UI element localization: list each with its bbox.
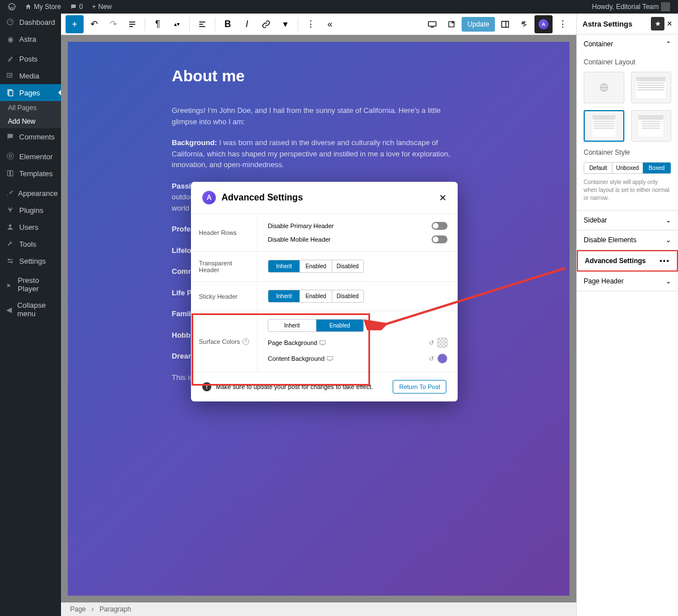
astra-button[interactable]: A [534,15,553,33]
menu-users[interactable]: Users [0,219,61,235]
breadcrumb: Page › Paragraph [61,602,576,616]
reset-content-bg-button[interactable]: ↺ [429,355,434,362]
help-icon[interactable]: ? [242,338,249,345]
plug-icon [6,206,15,215]
sc-enabled-button[interactable]: Enabled [316,320,364,331]
sh-disabled-button[interactable]: Disabled [332,290,363,302]
advanced-settings-modal: A Advanced Settings ✕ Header Rows Disabl… [191,182,458,401]
update-button[interactable]: Update [462,17,495,32]
site-name: My Store [34,3,61,11]
redo-button[interactable]: ↷ [104,15,122,33]
collapse-toolbar-button[interactable]: « [321,15,339,33]
paragraph-tool-button[interactable]: ¶ [149,15,167,33]
device-preview-button[interactable] [423,15,441,33]
more-options-button[interactable]: ⋮ [554,15,572,33]
reset-page-bg-button[interactable]: ↺ [429,339,434,347]
menu-label: Comments [19,133,55,141]
menu-dashboard[interactable]: Dashboard [0,14,61,30]
breadcrumb-item[interactable]: Page [70,605,86,613]
style-unboxed-button[interactable]: Unboxed [612,163,642,173]
howdy-link[interactable]: Howdy, Editorial Team [589,2,673,11]
disable-elements-toggle[interactable]: Disable Elements⌄ [577,230,678,250]
new-link[interactable]: +New [89,3,115,11]
return-to-post-button[interactable]: Return To Post [393,380,446,394]
breadcrumb-item[interactable]: Paragraph [99,605,131,613]
astra-logo-icon: A [202,191,216,204]
menu-templates[interactable]: Templates [0,165,61,182]
th-enabled-button[interactable]: Enabled [299,260,331,272]
italic-button[interactable]: I [238,15,256,33]
layout-narrow-option[interactable] [631,110,672,142]
layout-full-option[interactable] [631,72,672,103]
menu-plugins[interactable]: Plugins [0,202,61,219]
bold-button[interactable]: B [219,15,237,33]
menu-label: Pages [19,89,40,97]
layout-default-option[interactable] [584,72,624,103]
style-hint: Container style will apply only when lay… [584,178,671,202]
desktop-icon [319,340,326,346]
content-bg-color-picker[interactable] [437,353,447,364]
close-modal-button[interactable]: ✕ [439,193,446,203]
add-block-button[interactable]: + [66,15,84,33]
th-disabled-button[interactable]: Disabled [332,260,363,272]
menu-astra[interactable]: ◉Astra [0,30,61,47]
menu-collapse[interactable]: ◀Collapse menu [0,297,61,322]
submenu-add-new[interactable]: Add New [0,115,61,128]
align-tool-button[interactable] [193,15,211,33]
disable-mobile-toggle[interactable] [432,235,447,243]
menu-presto[interactable]: ▸Presto Player [0,272,61,297]
sc-inherit-button[interactable]: Inherit [268,320,316,331]
advanced-settings-toggle[interactable]: Advanced Settings••• [578,251,677,270]
move-tool-button[interactable]: ▴▾ [168,15,186,33]
style-boxed-button[interactable]: Boxed [642,163,671,173]
chevron-right-icon: › [92,605,94,613]
paragraph[interactable]: Greetings! I'm John Doe, and I hail from… [172,105,466,127]
svg-rect-15 [327,357,333,360]
menu-settings[interactable]: Settings [0,252,61,269]
more-formatting-button[interactable]: ▾ [276,15,294,33]
comment-icon [6,132,15,141]
style-default-button[interactable]: Default [584,163,612,173]
favorite-button[interactable]: ★ [651,17,664,30]
menu-elementor[interactable]: ⓔElementor [0,148,61,165]
th-inherit-button[interactable]: Inherit [268,260,299,272]
page-header-toggle[interactable]: Page Header⌄ [577,272,678,291]
disable-primary-toggle[interactable] [432,222,447,230]
paragraph[interactable]: Background: I was born and raised in the… [172,137,466,171]
menu-label: Presto Player [18,276,55,293]
page-bg-color-picker[interactable] [437,338,447,348]
layout-normal-option[interactable] [584,110,624,142]
link-button[interactable] [257,15,275,33]
menu-posts[interactable]: Posts [0,50,61,67]
sh-inherit-button[interactable]: Inherit [268,290,299,302]
svg-rect-5 [7,171,10,176]
comments-count: 0 [79,3,83,11]
svg-point-8 [8,259,10,260]
content-bg-label: Content Background [268,355,324,362]
comments-link[interactable]: 0 [67,3,86,11]
undo-button[interactable]: ↶ [85,15,103,33]
submenu-all-pages[interactable]: All Pages [0,101,61,115]
sidebar-toggle-button[interactable] [496,15,514,33]
list-view-button[interactable] [123,15,141,33]
menu-appearance[interactable]: Appearance [0,185,61,202]
close-sidebar-button[interactable]: ✕ [667,20,672,28]
menu-comments[interactable]: Comments [0,128,61,145]
menu-tools[interactable]: Tools [0,235,61,252]
preview-button[interactable] [442,15,460,33]
footer-message: Make sure to update your post for change… [216,383,388,390]
sidebar-section-toggle[interactable]: Sidebar⌄ [577,211,678,230]
options-button[interactable]: ⋮ [302,15,320,33]
svg-point-7 [9,224,12,227]
wp-logo[interactable] [5,3,19,11]
container-layout-label: Container Layout [584,58,671,66]
chevron-down-icon: ⌄ [666,236,671,244]
sh-enabled-button[interactable]: Enabled [299,290,331,302]
spectra-button[interactable] [515,15,533,33]
menu-pages[interactable]: Pages [0,84,61,101]
site-name-link[interactable]: My Store [21,3,64,11]
container-section-toggle[interactable]: Container⌃ [577,34,678,54]
menu-media[interactable]: Media [0,67,61,84]
page-title[interactable]: About me [172,64,466,88]
avatar-icon [661,2,670,11]
